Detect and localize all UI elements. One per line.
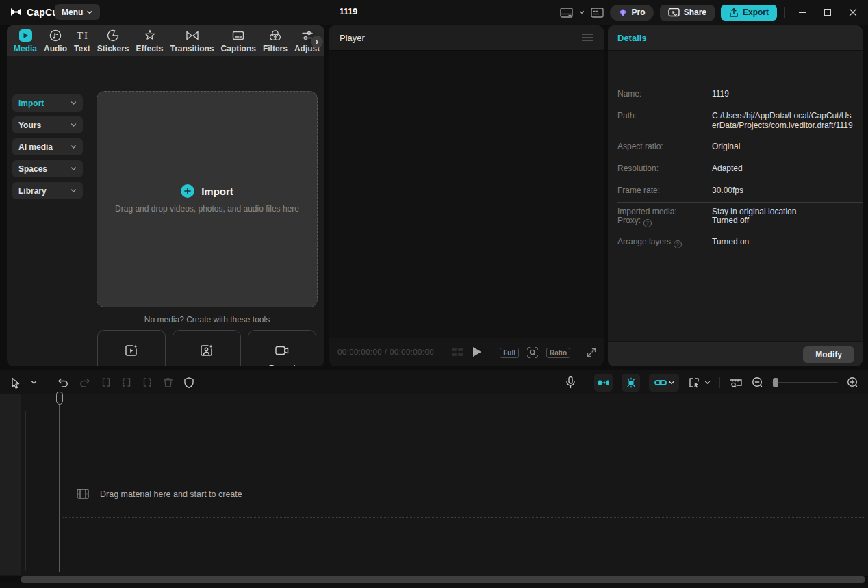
interface-panel-icon[interactable] xyxy=(591,8,604,18)
tab-audio[interactable]: Audio xyxy=(44,29,67,53)
snap-toggle-button[interactable] xyxy=(594,374,613,392)
delete-left-icon[interactable] xyxy=(121,376,132,388)
player-menu-icon[interactable] xyxy=(582,34,593,42)
split-icon[interactable] xyxy=(101,376,112,388)
tab-media[interactable]: Media xyxy=(14,29,37,53)
help-icon[interactable] xyxy=(643,219,652,227)
modify-button[interactable]: Modify xyxy=(803,346,854,363)
project-title: 1119 xyxy=(340,7,357,16)
timeline-dropzone[interactable]: Drag material here and start to create xyxy=(63,470,865,518)
zoom-in-icon[interactable] xyxy=(847,376,858,388)
ai-avatars-button[interactable]: AI avatars xyxy=(173,330,241,366)
ai-media-button[interactable]: AI media xyxy=(97,330,166,366)
effects-icon xyxy=(143,29,157,42)
zoom-slider-thumb[interactable] xyxy=(773,378,778,387)
minimize-icon xyxy=(799,12,806,13)
tabbar-next-button[interactable]: › xyxy=(311,36,323,48)
share-button[interactable]: Share xyxy=(660,5,715,21)
sidebar-item-ai-media[interactable]: AI media xyxy=(12,138,83,155)
media-body: Import Yours AI media Spaces Library xyxy=(7,56,324,366)
filmstrip-icon xyxy=(77,489,89,499)
svg-text:I: I xyxy=(84,30,88,41)
preview-quality-icon[interactable] xyxy=(526,346,539,359)
ai-avatars-label: AI avatars xyxy=(188,364,225,367)
chevron-down-icon xyxy=(71,122,77,128)
pro-gem-icon xyxy=(618,8,628,17)
timeline[interactable]: Drag material here and start to create xyxy=(0,394,868,576)
ai-avatars-icon xyxy=(199,343,214,358)
pro-button[interactable]: Pro xyxy=(610,5,654,21)
ratio-badge[interactable]: Ratio xyxy=(546,348,570,358)
delete-icon[interactable] xyxy=(162,376,174,389)
playhead-handle[interactable] xyxy=(56,392,63,405)
toolbar-divider xyxy=(585,377,585,388)
tab-stickers[interactable]: Stickers xyxy=(97,29,129,53)
auto-link-button[interactable] xyxy=(649,374,679,392)
tab-captions[interactable]: Captions xyxy=(221,29,256,53)
maximize-button[interactable] xyxy=(818,3,837,21)
sidebar-item-spaces[interactable]: Spaces xyxy=(12,160,83,177)
sidebar-item-import[interactable]: Import xyxy=(12,94,83,112)
player-title: Player xyxy=(340,33,365,43)
minimize-button[interactable] xyxy=(793,3,812,21)
import-dropzone[interactable]: Import Drag and drop videos, photos, and… xyxy=(97,91,318,307)
filters-icon xyxy=(268,29,282,42)
play-button[interactable] xyxy=(473,347,481,357)
timeline-horizontal-scrollbar[interactable] xyxy=(21,576,865,583)
details-separator xyxy=(617,202,863,203)
titlebar: CapCut Menu 1119 xyxy=(0,0,868,25)
voiceover-mic-icon[interactable] xyxy=(565,376,576,389)
sidebar-item-library[interactable]: Library xyxy=(12,182,83,199)
sidebar-divider xyxy=(92,56,92,366)
text-icon: T I xyxy=(75,29,89,42)
svg-text:T: T xyxy=(77,30,83,41)
media-panel: Media Audio T I xyxy=(7,25,324,366)
tab-transitions[interactable]: Transitions xyxy=(170,29,214,53)
detail-row-name: Name: 1119 xyxy=(617,89,854,99)
timeline-preview-icon[interactable] xyxy=(729,376,743,389)
playhead-line[interactable] xyxy=(59,405,60,572)
chevron-down-icon xyxy=(71,166,77,172)
close-button[interactable] xyxy=(843,3,863,21)
details-footer: Modify xyxy=(608,341,863,366)
chevron-down-icon xyxy=(71,188,77,194)
frame-list-icon[interactable] xyxy=(451,346,463,357)
zoom-out-icon[interactable] xyxy=(752,376,763,388)
select-tool-icon[interactable] xyxy=(10,376,21,389)
layout-caret-icon[interactable] xyxy=(579,10,585,15)
undo-icon[interactable] xyxy=(57,376,69,388)
detail-row-path: Path: C:/Users/bj/AppData/Local/CapCut/U… xyxy=(617,111,854,130)
select-tool-caret-icon[interactable] xyxy=(31,379,37,385)
share-icon xyxy=(668,8,680,17)
help-icon[interactable] xyxy=(674,240,682,248)
import-label: Import xyxy=(201,186,233,197)
layout-switch-icon[interactable] xyxy=(560,8,573,18)
record-button[interactable]: Record xyxy=(248,330,316,366)
ai-media-icon xyxy=(124,343,139,358)
timeline-drop-hint: Drag material here and start to create xyxy=(100,489,242,499)
audio-icon xyxy=(49,29,62,42)
player-header: Player xyxy=(329,25,604,51)
record-icon xyxy=(274,344,290,357)
redo-icon[interactable] xyxy=(79,376,91,388)
sidebar-item-yours[interactable]: Yours xyxy=(12,116,83,133)
drop-hint: Drag and drop videos, photos, and audio … xyxy=(97,204,317,214)
delete-right-icon[interactable] xyxy=(142,376,153,388)
timeline-zoom-slider[interactable] xyxy=(772,382,838,383)
menu-button[interactable]: Menu xyxy=(55,4,100,20)
share-label: Share xyxy=(684,8,706,17)
export-button[interactable]: Export xyxy=(721,5,777,21)
tab-effects[interactable]: Effects xyxy=(136,29,164,53)
tab-text[interactable]: T I Text xyxy=(74,29,90,53)
track-header-strip xyxy=(0,394,21,575)
fullscreen-icon[interactable] xyxy=(586,347,597,358)
full-badge[interactable]: Full xyxy=(500,348,519,358)
magnetic-main-track-button[interactable] xyxy=(622,374,640,392)
app-logo: CapCut xyxy=(10,5,62,18)
record-label: Record xyxy=(269,363,296,367)
asset-tabbar: Media Audio T I xyxy=(7,25,324,56)
mask-icon[interactable] xyxy=(183,376,194,389)
tab-filters[interactable]: Filters xyxy=(263,29,288,53)
chevron-down-icon xyxy=(71,100,77,106)
track-select-mode-icon[interactable] xyxy=(688,376,711,389)
